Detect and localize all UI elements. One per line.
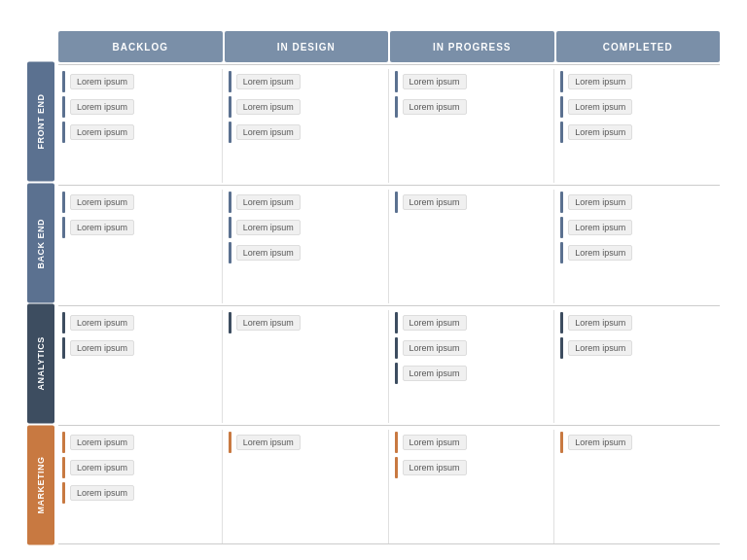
task-bar bbox=[560, 432, 563, 453]
task-item: Lorem ipsum bbox=[229, 242, 384, 263]
cell-r2-c2: Lorem ipsumLorem ipsumLorem ipsum bbox=[391, 310, 555, 424]
task-bar bbox=[62, 457, 65, 478]
task-text: Lorem ipsum bbox=[236, 435, 301, 450]
task-text: Lorem ipsum bbox=[236, 74, 301, 89]
task-item: Lorem ipsum bbox=[229, 312, 384, 333]
task-text: Lorem ipsum bbox=[236, 124, 301, 140]
task-text: Lorem ipsum bbox=[568, 340, 632, 356]
cell-r1-c0: Lorem ipsumLorem ipsum bbox=[58, 190, 223, 303]
task-text: Lorem ipsum bbox=[70, 220, 134, 235]
task-item: Lorem ipsum bbox=[395, 71, 551, 92]
col-header-backlog: BACKLOG bbox=[58, 31, 223, 62]
task-bar bbox=[62, 96, 65, 118]
task-text: Lorem ipsum bbox=[403, 315, 467, 331]
task-bar bbox=[395, 312, 398, 333]
col-header-completed: COMPLETED bbox=[556, 31, 721, 62]
task-bar bbox=[229, 192, 231, 213]
data-row-3: Lorem ipsumLorem ipsumLorem ipsumLorem i… bbox=[58, 425, 720, 544]
task-bar bbox=[62, 482, 65, 504]
row-label-back-end: Back End bbox=[27, 184, 54, 303]
task-bar bbox=[62, 122, 65, 143]
task-item: Lorem ipsum bbox=[395, 337, 551, 359]
cell-r2-c1: Lorem ipsum bbox=[225, 310, 389, 424]
task-text: Lorem ipsum bbox=[403, 194, 467, 210]
task-text: Lorem ipsum bbox=[236, 315, 301, 331]
task-bar bbox=[560, 96, 563, 118]
task-text: Lorem ipsum bbox=[403, 74, 467, 89]
task-item: Lorem ipsum bbox=[229, 71, 384, 92]
task-item: Lorem ipsum bbox=[395, 363, 551, 384]
task-text: Lorem ipsum bbox=[70, 74, 134, 89]
task-bar bbox=[229, 96, 231, 118]
task-bar bbox=[62, 71, 65, 92]
cell-r2-c3: Lorem ipsumLorem ipsum bbox=[556, 310, 720, 424]
rows-area: Lorem ipsumLorem ipsumLorem ipsumLorem i… bbox=[58, 64, 720, 546]
task-item: Lorem ipsum bbox=[560, 122, 716, 143]
task-bar bbox=[229, 242, 231, 263]
task-item: Lorem ipsum bbox=[560, 432, 716, 453]
task-text: Lorem ipsum bbox=[70, 99, 134, 115]
cell-r1-c1: Lorem ipsumLorem ipsumLorem ipsum bbox=[225, 190, 389, 303]
task-item: Lorem ipsum bbox=[62, 337, 218, 359]
task-text: Lorem ipsum bbox=[70, 340, 134, 356]
task-bar bbox=[395, 96, 398, 118]
task-text: Lorem ipsum bbox=[568, 74, 632, 89]
task-bar bbox=[560, 337, 563, 359]
task-bar bbox=[395, 432, 398, 453]
task-item: Lorem ipsum bbox=[229, 217, 384, 238]
task-item: Lorem ipsum bbox=[560, 71, 716, 92]
row-label-front-end: Front End bbox=[27, 62, 54, 182]
task-bar bbox=[229, 122, 231, 143]
task-bar bbox=[62, 432, 65, 453]
task-item: Lorem ipsum bbox=[62, 312, 218, 333]
task-item: Lorem ipsum bbox=[62, 432, 218, 453]
task-text: Lorem ipsum bbox=[403, 99, 467, 115]
task-bar bbox=[62, 217, 65, 238]
cell-r3-c2: Lorem ipsumLorem ipsum bbox=[391, 430, 555, 543]
page: Front EndBack EndAnalyticsMarketing BACK… bbox=[0, 0, 747, 560]
task-bar bbox=[229, 312, 231, 333]
task-item: Lorem ipsum bbox=[560, 337, 716, 359]
task-bar bbox=[560, 122, 563, 143]
task-text: Lorem ipsum bbox=[70, 435, 134, 450]
task-bar bbox=[560, 242, 563, 263]
task-text: Lorem ipsum bbox=[568, 315, 632, 331]
col-header-in-design: IN DESIGN bbox=[225, 31, 389, 62]
cell-r0-c2: Lorem ipsumLorem ipsum bbox=[391, 69, 555, 183]
cell-r0-c1: Lorem ipsumLorem ipsumLorem ipsum bbox=[225, 69, 389, 183]
task-item: Lorem ipsum bbox=[395, 312, 551, 333]
task-text: Lorem ipsum bbox=[236, 245, 301, 261]
task-text: Lorem ipsum bbox=[236, 194, 301, 210]
task-text: Lorem ipsum bbox=[403, 340, 467, 356]
task-item: Lorem ipsum bbox=[62, 457, 218, 478]
task-text: Lorem ipsum bbox=[70, 124, 134, 140]
cell-r1-c2: Lorem ipsum bbox=[391, 190, 555, 303]
row-label-marketing: Marketing bbox=[27, 426, 54, 545]
data-row-2: Lorem ipsumLorem ipsumLorem ipsumLorem i… bbox=[58, 305, 720, 424]
task-text: Lorem ipsum bbox=[403, 366, 467, 381]
row-labels: Front EndBack EndAnalyticsMarketing bbox=[27, 62, 54, 546]
task-text: Lorem ipsum bbox=[568, 435, 632, 450]
task-text: Lorem ipsum bbox=[568, 194, 632, 210]
task-bar bbox=[560, 192, 563, 213]
task-text: Lorem ipsum bbox=[568, 124, 632, 140]
task-bar bbox=[560, 71, 563, 92]
task-text: Lorem ipsum bbox=[70, 315, 134, 331]
task-item: Lorem ipsum bbox=[62, 71, 218, 92]
task-text: Lorem ipsum bbox=[236, 220, 301, 235]
cell-r3-c0: Lorem ipsumLorem ipsumLorem ipsum bbox=[58, 430, 223, 543]
task-item: Lorem ipsum bbox=[62, 217, 218, 238]
task-item: Lorem ipsum bbox=[560, 217, 716, 238]
task-bar bbox=[229, 71, 231, 92]
task-item: Lorem ipsum bbox=[395, 457, 551, 478]
task-bar bbox=[62, 337, 65, 359]
data-row-0: Lorem ipsumLorem ipsumLorem ipsumLorem i… bbox=[58, 64, 720, 183]
data-row-1: Lorem ipsumLorem ipsumLorem ipsumLorem i… bbox=[58, 185, 720, 303]
task-text: Lorem ipsum bbox=[568, 245, 632, 261]
task-item: Lorem ipsum bbox=[395, 432, 551, 453]
col-headers: BACKLOGIN DESIGNIN PROGRESSCOMPLETED bbox=[58, 31, 720, 62]
cell-r0-c3: Lorem ipsumLorem ipsumLorem ipsum bbox=[556, 69, 720, 183]
task-item: Lorem ipsum bbox=[560, 96, 716, 118]
task-bar bbox=[395, 192, 398, 213]
task-bar bbox=[395, 337, 398, 359]
